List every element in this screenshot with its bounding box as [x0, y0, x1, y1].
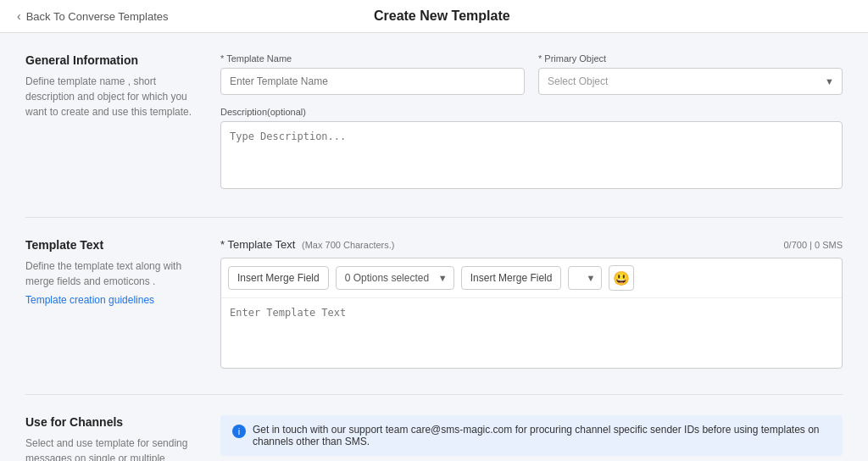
channels-title: Use for Channels: [25, 415, 195, 429]
template-text-desc: Define the template text along with merg…: [25, 258, 195, 289]
divider-1: [25, 217, 843, 218]
template-name-label: * Template Name: [220, 53, 525, 64]
description-textarea[interactable]: [220, 121, 843, 189]
template-text-box: Insert Merge Field 0 Options selected ▼ …: [220, 258, 843, 369]
merge2-select[interactable]: [568, 266, 602, 290]
channels-desc: Select and use template for sending mess…: [25, 436, 195, 461]
channels-info-text: Get in touch with our support team care@…: [253, 424, 831, 447]
channels-section: Use for Channels Select and use template…: [25, 415, 843, 461]
back-label: Back To Converse Templates: [26, 10, 169, 23]
page-title: Create New Template: [374, 8, 510, 24]
template-text-title: Template Text: [25, 238, 195, 252]
options-select[interactable]: 0 Options selected: [336, 266, 454, 290]
insert-merge-label-2: Insert Merge Field: [470, 272, 553, 284]
template-text-section: Template Text Define the template text a…: [25, 238, 843, 369]
insert-merge-field-btn-2[interactable]: Insert Merge Field: [461, 266, 562, 290]
char-count: 0/700 | 0 SMS: [783, 240, 843, 250]
template-text-label-sub: (Max 700 Characters.): [302, 240, 394, 250]
primary-object-select-wrapper: Select Object ▼: [538, 68, 843, 95]
template-name-group: * Template Name: [220, 53, 525, 95]
emoji-icon: 😃: [613, 270, 630, 286]
general-information-section: General Information Define template name…: [25, 53, 843, 192]
template-text-label: * Template Text (Max 700 Characters.): [220, 238, 394, 251]
merge2-select-wrapper: ▼: [568, 266, 602, 290]
primary-object-label: * Primary Object: [538, 53, 843, 64]
template-text-right: * Template Text (Max 700 Characters.) 0/…: [220, 238, 843, 369]
general-info-left: General Information Define template name…: [25, 53, 195, 192]
divider-2: [25, 394, 843, 395]
back-chevron-icon: ‹: [17, 9, 21, 23]
merge-field-row: Insert Merge Field 0 Options selected ▼ …: [221, 258, 842, 291]
channels-info-box: i Get in touch with our support team car…: [220, 415, 843, 456]
back-link[interactable]: ‹ Back To Converse Templates: [17, 9, 169, 23]
template-text-label-main: * Template Text: [220, 238, 295, 251]
insert-merge-label-1: Insert Merge Field: [237, 272, 320, 284]
template-name-input[interactable]: [220, 68, 525, 95]
description-group: Description(optional): [220, 107, 843, 192]
template-name-row: * Template Name * Primary Object Select …: [220, 53, 843, 95]
template-text-header-row: * Template Text (Max 700 Characters.) 0/…: [220, 238, 843, 251]
info-icon: i: [232, 425, 246, 438]
general-info-right: * Template Name * Primary Object Select …: [220, 53, 843, 192]
content: General Information Define template name…: [0, 33, 868, 461]
template-text-left: Template Text Define the template text a…: [25, 238, 195, 369]
primary-object-group: * Primary Object Select Object ▼: [538, 53, 843, 95]
options-select-wrapper: 0 Options selected ▼: [336, 266, 454, 290]
general-info-desc: Define template name , short description…: [25, 74, 195, 119]
header: ‹ Back To Converse Templates Create New …: [0, 0, 868, 33]
template-text-textarea[interactable]: [221, 297, 842, 365]
description-label: Description(optional): [220, 107, 843, 117]
insert-merge-field-btn-1[interactable]: Insert Merge Field: [228, 266, 329, 290]
emoji-button[interactable]: 😃: [609, 265, 634, 291]
template-guidelines-link[interactable]: Template creation guidelines: [25, 294, 195, 306]
primary-object-select[interactable]: Select Object: [538, 68, 843, 95]
general-info-title: General Information: [25, 53, 195, 67]
channels-left: Use for Channels Select and use template…: [25, 415, 195, 461]
channels-right: i Get in touch with our support team car…: [220, 415, 843, 461]
page-wrapper: ‹ Back To Converse Templates Create New …: [0, 0, 868, 461]
